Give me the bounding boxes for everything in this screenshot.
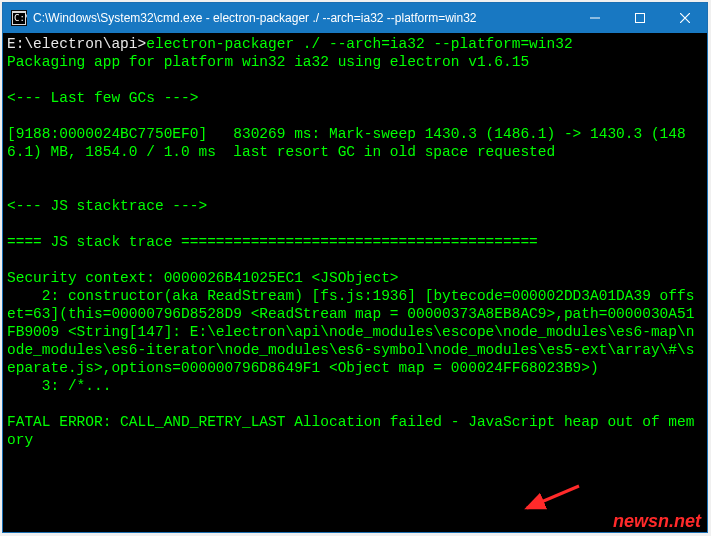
window-title: C:\Windows\System32\cmd.exe - electron-p… (33, 11, 572, 25)
maximize-button[interactable] (617, 3, 662, 33)
prompt-path: E:\electron\api> (7, 36, 146, 52)
output-line: Security context: 0000026B41025EC1 <JSOb… (7, 270, 399, 286)
terminal-output[interactable]: E:\electron\api>electron-packager ./ --a… (3, 33, 707, 532)
svg-rect-5 (635, 14, 644, 23)
close-button[interactable] (662, 3, 707, 33)
minimize-button[interactable] (572, 3, 617, 33)
titlebar[interactable]: C:\ C:\Windows\System32\cmd.exe - electr… (3, 3, 707, 33)
output-line: 3: /*... (7, 378, 111, 394)
cmd-icon: C:\ (11, 10, 27, 26)
command-text: electron-packager ./ --arch=ia32 --platf… (146, 36, 572, 52)
output-line: FATAL ERROR: CALL_AND_RETRY_LAST Allocat… (7, 414, 694, 448)
output-line: ==== JS stack trace ====================… (7, 234, 538, 250)
output-line: 2: constructor(aka ReadStream) [fs.js:19… (7, 288, 694, 376)
window-controls (572, 3, 707, 33)
cmd-window: C:\ C:\Windows\System32\cmd.exe - electr… (2, 2, 708, 533)
output-line: <--- Last few GCs ---> (7, 90, 198, 106)
output-line: Packaging app for platform win32 ia32 us… (7, 54, 529, 70)
svg-rect-4 (590, 18, 600, 19)
output-line: <--- JS stacktrace ---> (7, 198, 207, 214)
output-line: [9188:0000024BC7750EF0] 830269 ms: Mark-… (7, 126, 686, 160)
svg-text:C:\: C:\ (14, 13, 27, 23)
